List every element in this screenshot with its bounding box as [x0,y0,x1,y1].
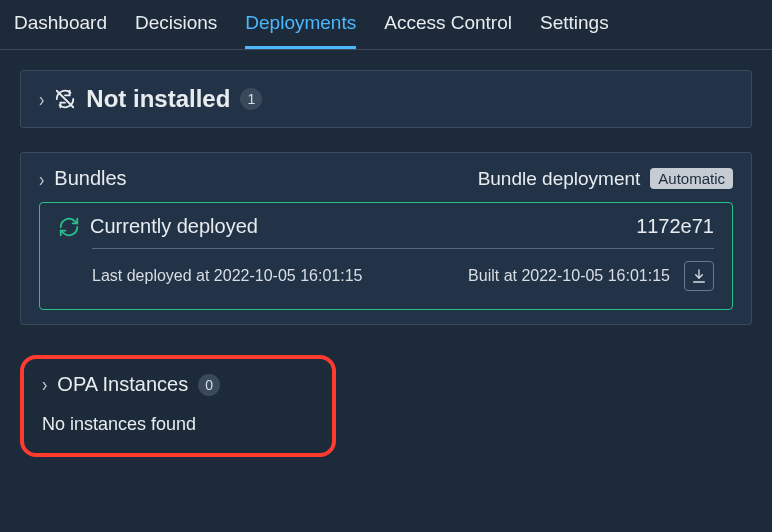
not-installed-count-badge: 1 [240,88,262,110]
bundle-deployment-mode: Bundle deployment Automatic [478,168,733,190]
bundles-header-left[interactable]: › Bundles [39,167,127,190]
tab-dashboard[interactable]: Dashboard [14,12,107,49]
deploy-meta-row: Last deployed at 2022-10-05 16:01:15 Bui… [92,261,714,291]
opa-empty-text: No instances found [42,414,314,435]
opa-instances-title: OPA Instances [57,373,188,396]
not-installed-header[interactable]: › Not installed 1 [39,85,733,113]
tab-deployments[interactable]: Deployments [245,12,356,49]
sync-off-icon [54,88,76,110]
meta-right: Built at 2022-10-05 16:01:15 [468,261,714,291]
last-deployed-text: Last deployed at 2022-10-05 16:01:15 [92,267,362,285]
bundles-panel: › Bundles Bundle deployment Automatic [20,152,752,325]
not-installed-panel: › Not installed 1 [20,70,752,128]
divider [92,248,714,249]
currently-deployed-card: Currently deployed 1172e71 Last deployed… [39,202,733,310]
tab-access-control[interactable]: Access Control [384,12,512,49]
download-icon [691,268,707,284]
chevron-right-icon: › [39,87,44,110]
tab-bar: Dashboard Decisions Deployments Access C… [0,0,772,50]
bundle-deployment-label: Bundle deployment [478,168,641,190]
not-installed-title: Not installed [86,85,230,113]
bundle-hash: 1172e71 [636,215,714,238]
chevron-right-icon: › [39,167,44,190]
opa-instances-header[interactable]: › OPA Instances 0 [42,373,314,396]
deploy-top-row: Currently deployed 1172e71 [58,215,714,238]
opa-instances-count-badge: 0 [198,374,220,396]
tab-settings[interactable]: Settings [540,12,609,49]
built-at-text: Built at 2022-10-05 16:01:15 [468,267,670,285]
opa-instances-highlight: › OPA Instances 0 No instances found [20,355,336,457]
bundles-header: › Bundles Bundle deployment Automatic [39,167,733,190]
tab-decisions[interactable]: Decisions [135,12,217,49]
chevron-right-icon: › [42,373,47,396]
bundle-deployment-mode-badge: Automatic [650,168,733,189]
refresh-check-icon [58,216,80,238]
content-area: › Not installed 1 › Bundles Bundle depl [0,50,772,477]
download-button[interactable] [684,261,714,291]
bundles-title: Bundles [54,167,126,190]
currently-deployed-label: Currently deployed [90,215,258,238]
deploy-left: Currently deployed [58,215,258,238]
